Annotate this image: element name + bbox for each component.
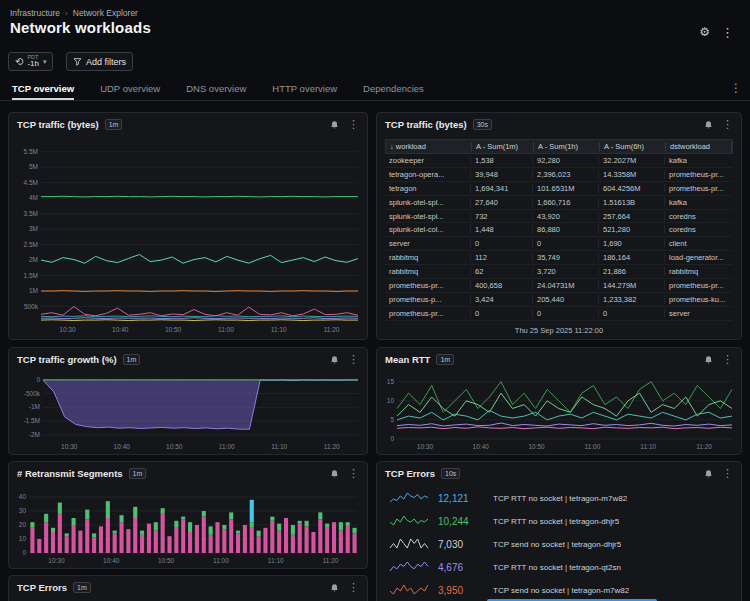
svg-text:11:20: 11:20	[696, 443, 712, 450]
alert-bell-icon[interactable]	[330, 120, 339, 130]
table-cell: 0	[471, 239, 533, 248]
svg-text:20: 20	[19, 521, 27, 528]
error-row[interactable]: 7,030TCP send no socket | tetragon-dhjr5	[381, 533, 737, 556]
table-row[interactable]: tetragon1,694,341101.6531M604.4256Mprome…	[385, 182, 733, 196]
table-header-cell[interactable]: A - Sum(6h)	[600, 142, 666, 151]
table-row[interactable]: prometheus-pr...000server	[385, 307, 733, 321]
resolution-badge: 1m	[105, 119, 123, 130]
resolution-badge: 1m	[123, 354, 141, 365]
table-cell: 1,690	[599, 239, 665, 248]
svg-text:2.5M: 2.5M	[24, 241, 38, 248]
tab-tcp-overview[interactable]: TCP overview	[12, 78, 74, 100]
table-header-cell[interactable]: A - Sum(1h)	[534, 142, 600, 151]
retransmit-bar-chart[interactable]: 40302010010:3010:4010:5011:0011:1011:20	[13, 485, 362, 565]
panel-kebab-menu-icon[interactable]: ⋮	[348, 119, 359, 130]
settings-gear-icon[interactable]: ⚙	[699, 25, 710, 39]
table-header-cell[interactable]: A - Sum(1m)	[472, 142, 534, 151]
tab-http-overview[interactable]: HTTP overview	[272, 78, 337, 100]
error-row[interactable]: 10,244TCP RTT no socket | tetragon-dhjr5	[381, 510, 737, 533]
svg-text:11:10: 11:10	[268, 557, 284, 564]
error-row[interactable]: 12,121TCP RTT no socket | tetragon-m7w82	[381, 487, 737, 510]
time-range-picker[interactable]: ⟲ PDT -1h ▾	[8, 52, 53, 71]
svg-text:30: 30	[19, 507, 27, 514]
svg-text:4M: 4M	[29, 194, 38, 201]
table-row[interactable]: rabbitmq11235,749186,164load-generator..…	[385, 251, 733, 265]
svg-text:10:40: 10:40	[114, 443, 131, 450]
table-row[interactable]: server001,690client	[385, 237, 733, 251]
alert-bell-icon[interactable]	[704, 355, 713, 365]
breadcrumb-network-explorer[interactable]: Network Explorer	[73, 8, 138, 18]
svg-text:10:30: 10:30	[48, 557, 65, 564]
svg-text:11:20: 11:20	[324, 443, 340, 450]
panel-kebab-menu-icon[interactable]: ⋮	[722, 354, 733, 365]
sparkline-chart	[389, 490, 429, 508]
alert-bell-icon[interactable]	[330, 355, 339, 365]
table-cell: client	[665, 239, 733, 248]
traffic-table: ↓ workloadA - Sum(1m)A - Sum(1h)A - Sum(…	[385, 139, 733, 335]
error-label: TCP RTT no socket | tetragon-m7w82	[493, 494, 627, 503]
add-filters-button[interactable]: Add filters	[66, 52, 133, 71]
table-cell: coredns	[665, 212, 733, 221]
chevron-down-icon: ▾	[43, 58, 47, 66]
table-cell: splunk-otel-spl...	[385, 212, 471, 221]
table-row[interactable]: splunk-otel-col...1,44886,880521,280core…	[385, 223, 733, 237]
breadcrumb-infrastructure[interactable]: Infrastructure	[10, 8, 60, 18]
mean-rtt-line-chart[interactable]: 15105010:3010:4010:5011:0011:1011:20	[381, 371, 736, 451]
tab-dns-overview[interactable]: DNS overview	[186, 78, 246, 100]
panel-kebab-menu-icon[interactable]: ⋮	[722, 468, 733, 479]
table-row[interactable]: prometheus-pr...400,65824.04731M144.279M…	[385, 279, 733, 293]
table-cell: server	[385, 239, 471, 248]
table-cell: 24.04731M	[533, 281, 599, 290]
svg-text:10:30: 10:30	[417, 443, 434, 450]
table-row[interactable]: zookeeper1,53892,28032.2027Mkafka	[385, 154, 733, 168]
table-cell: 1,660,716	[533, 198, 599, 207]
tabs-kebab-menu-icon[interactable]: ⋮	[730, 81, 742, 95]
table-cell: 400,658	[471, 281, 533, 290]
error-count: 4,676	[438, 562, 484, 573]
error-label: TCP send no socket | tetragon-dhjr5	[493, 540, 621, 549]
table-cell: 3,424	[471, 295, 533, 304]
alert-bell-icon[interactable]	[704, 469, 713, 479]
svg-text:0: 0	[390, 435, 394, 442]
table-row[interactable]: prometheus-p...3,424205,4401,233,382prom…	[385, 293, 733, 307]
table-cell: load-generator...	[665, 253, 733, 262]
error-row[interactable]: 4,676TCP RTT no socket | tetragon-qt2sn	[381, 556, 737, 579]
page-title: Network workloads	[10, 19, 151, 36]
panel-retransmit-segments: # Retransmit Segments 1m ⋮ 40302010010:3…	[8, 461, 368, 569]
table-row[interactable]: rabbitmq623,72021,886rabbitmq	[385, 265, 733, 279]
svg-text:15: 15	[387, 378, 395, 385]
table-cell: 0	[533, 309, 599, 318]
table-header-row: ↓ workloadA - Sum(1m)A - Sum(1h)A - Sum(…	[385, 139, 733, 154]
resolution-badge: 1m	[436, 354, 454, 365]
tab-udp-overview[interactable]: UDP overview	[100, 78, 160, 100]
resolution-badge: 10s	[441, 468, 460, 479]
panel-kebab-menu-icon[interactable]: ⋮	[348, 354, 359, 365]
table-header-cell[interactable]: dstworkload	[666, 142, 732, 151]
table-header-cell[interactable]: ↓ workload	[386, 142, 472, 151]
panel-kebab-menu-icon[interactable]: ⋮	[348, 468, 359, 479]
alert-bell-icon[interactable]	[330, 469, 339, 479]
tcp-traffic-line-chart[interactable]: 5.5M5M4.5M4M3.5M3M2.5M2M1.5M1M500k10:301…	[13, 139, 362, 334]
table-row[interactable]: splunk-otel-spl...73243,920257,664coredn…	[385, 210, 733, 224]
table-row[interactable]: tetragon-opera...39,9482,396,02314.3358M…	[385, 168, 733, 182]
svg-text:-500k: -500k	[24, 390, 41, 397]
table-cell: zookeeper	[385, 156, 471, 165]
table-cell: splunk-otel-col...	[385, 225, 471, 234]
svg-text:4.5M: 4.5M	[24, 179, 38, 186]
panel-kebab-menu-icon[interactable]: ⋮	[722, 119, 733, 130]
error-row[interactable]: 3,950TCP send no socket | tetragon-m7w82	[381, 579, 737, 601]
time-range-value: -1h	[27, 60, 39, 68]
error-count: 7,030	[438, 539, 484, 550]
tab-dependencies[interactable]: Dependencies	[363, 78, 424, 100]
alert-bell-icon[interactable]	[330, 583, 339, 593]
table-row[interactable]: splunk-otel-spl...27,6401,660,7161.51613…	[385, 196, 733, 210]
tcp-growth-area-chart[interactable]: 0-500k-1M-1.5M-2M10:3010:4010:5011:0011:…	[13, 371, 362, 451]
page-kebab-menu-icon[interactable]: ⋮	[721, 25, 734, 40]
alert-bell-icon[interactable]	[704, 120, 713, 130]
table-cell: 112	[471, 253, 533, 262]
table-cell: 732	[471, 212, 533, 221]
panel-kebab-menu-icon[interactable]: ⋮	[348, 582, 359, 593]
table-cell: 1.51613B	[599, 198, 665, 207]
table-cell: tetragon-opera...	[385, 170, 471, 179]
table-cell: 39,948	[471, 170, 533, 179]
